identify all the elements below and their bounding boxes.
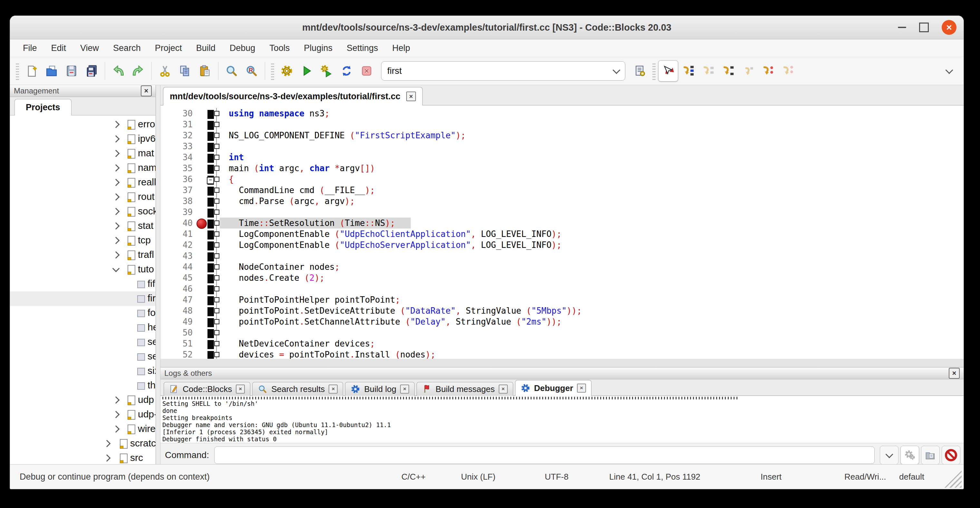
copy-log-button[interactable] (921, 446, 940, 465)
tree-item-stat[interactable]: stat (10, 219, 156, 233)
tree-item-fir[interactable]: fir (10, 291, 156, 306)
next-instruction-button[interactable] (758, 60, 778, 81)
code-line-52[interactable]: 52 devices = pointToPoint.Install (nodes… (161, 349, 964, 359)
build-and-run-button[interactable] (317, 60, 337, 81)
breakpoint-margin[interactable] (196, 349, 207, 359)
tree-item-fo[interactable]: fo (10, 306, 156, 320)
breakpoint-margin[interactable] (196, 163, 207, 174)
tree-item-wire[interactable]: wire (10, 422, 156, 436)
tree-item-sock[interactable]: sock (10, 204, 156, 219)
breakpoint-margin[interactable] (196, 218, 207, 229)
menu-plugins[interactable]: Plugins (297, 43, 340, 53)
editor-tab-first-cc[interactable]: mnt/dev/tools/source/ns-3-dev/examples/t… (163, 87, 423, 105)
breakpoint-margin[interactable] (196, 130, 207, 141)
code-line-41[interactable]: 41 LogComponentEnable ("UdpEchoClientApp… (161, 229, 964, 239)
log-tab-close-icon[interactable]: × (400, 385, 409, 393)
log-tab-close-icon[interactable]: × (236, 385, 245, 393)
breakpoint-margin[interactable] (196, 261, 207, 272)
tree-item-scratch[interactable]: scratch (10, 436, 156, 451)
step-into-instruction-button[interactable] (778, 60, 798, 81)
breakpoint-margin[interactable] (196, 316, 207, 327)
debug-continue-button[interactable] (658, 60, 678, 81)
close-button[interactable]: × (942, 20, 956, 35)
chevron-right-icon[interactable] (113, 222, 120, 230)
cut-button[interactable] (155, 60, 175, 81)
menu-settings[interactable]: Settings (340, 43, 385, 53)
minimize-button[interactable] (898, 27, 906, 28)
chevron-right-icon[interactable] (103, 440, 111, 447)
breakpoint-margin[interactable] (196, 250, 207, 261)
code-line-44[interactable]: 44 NodeContainer nodes; (161, 261, 964, 272)
tree-item-udp[interactable]: udp (10, 393, 156, 408)
compiler-options-button[interactable] (630, 60, 650, 81)
breakpoint-margin[interactable] (196, 108, 207, 119)
command-history-dropdown[interactable] (880, 446, 899, 465)
code-line-47[interactable]: 47 PointToPointHelper pointToPoint; (161, 294, 964, 305)
chevron-right-icon[interactable] (113, 411, 120, 419)
breakpoint-margin[interactable] (196, 152, 207, 163)
toolbar-grip[interactable] (16, 62, 19, 80)
rebuild-button[interactable] (337, 60, 356, 81)
code-line-39[interactable]: 39 (161, 207, 964, 218)
code-line-31[interactable]: 31 (161, 119, 964, 130)
tree-item-six[interactable]: six (10, 364, 156, 378)
build-target-combo[interactable]: first (381, 61, 625, 81)
chevron-right-icon[interactable] (113, 179, 120, 186)
code-line-35[interactable]: 35main (int argc, char *argv[]) (161, 163, 964, 174)
vertical-splitter[interactable] (156, 85, 161, 464)
clear-log-button[interactable] (942, 446, 960, 465)
menu-build[interactable]: Build (189, 43, 223, 53)
log-tab-build-log[interactable]: Build log× (345, 382, 415, 396)
code-line-33[interactable]: 33 (161, 141, 964, 152)
breakpoint-margin[interactable] (196, 119, 207, 130)
tree-item-tcp[interactable]: tcp (10, 233, 156, 248)
toolbar-grip[interactable] (271, 62, 274, 80)
chevron-right-icon[interactable] (113, 121, 120, 128)
tree-item-tuto[interactable]: tuto (10, 263, 156, 277)
tree-item-se[interactable]: se (10, 349, 156, 364)
breakpoint-margin[interactable] (196, 229, 207, 239)
menu-view[interactable]: View (73, 43, 106, 53)
run-button[interactable] (297, 60, 317, 81)
toolbar-overflow-chevron[interactable] (945, 66, 953, 74)
chevron-right-icon[interactable] (113, 397, 120, 404)
tree-item-fif[interactable]: fif (10, 277, 156, 291)
toolbar-grip[interactable] (652, 62, 655, 80)
resize-grip[interactable] (943, 469, 962, 488)
breakpoint-margin[interactable] (196, 272, 207, 283)
chevron-down-icon[interactable] (113, 265, 120, 272)
title-bar[interactable]: mnt/dev/tools/source/ns-3-dev/examples/t… (10, 16, 964, 39)
code-editor[interactable]: 30using namespace ns3;3132NS_LOG_COMPONE… (161, 105, 964, 359)
code-line-46[interactable]: 46 (161, 283, 964, 294)
code-line-49[interactable]: 49 pointToPoint.SetChannelAttribute ("De… (161, 316, 964, 327)
breakpoint-margin[interactable] (196, 338, 207, 349)
code-line-42[interactable]: 42 LogComponentEnable ("UdpEchoServerApp… (161, 239, 964, 250)
code-line-32[interactable]: 32NS_LOG_COMPONENT_DEFINE ("FirstScriptE… (161, 130, 964, 141)
code-line-36[interactable]: 36−{ (161, 174, 964, 185)
chevron-right-icon[interactable] (113, 135, 120, 143)
code-line-30[interactable]: 30using namespace ns3; (161, 108, 964, 119)
breakpoint-icon[interactable] (197, 218, 207, 229)
menu-debug[interactable]: Debug (223, 43, 262, 53)
code-line-34[interactable]: 34int (161, 152, 964, 163)
next-line-button[interactable] (698, 60, 718, 81)
chevron-right-icon[interactable] (113, 164, 120, 172)
copy-button[interactable] (175, 60, 195, 81)
chevron-right-icon[interactable] (113, 193, 120, 201)
tree-item-mat[interactable]: mat (10, 147, 156, 161)
log-tab-search-results[interactable]: Search results× (252, 382, 343, 396)
save-button[interactable] (62, 60, 81, 81)
code-line-38[interactable]: 38 cmd.Parse (argc, argv); (161, 196, 964, 207)
logs-close-button[interactable]: × (949, 368, 960, 379)
debugger-settings-button[interactable] (900, 446, 919, 465)
chevron-right-icon[interactable] (103, 454, 111, 462)
tree-item-th[interactable]: th (10, 378, 156, 393)
code-line-43[interactable]: 43 (161, 250, 964, 261)
chevron-right-icon[interactable] (113, 425, 120, 433)
log-tab-debugger[interactable]: Debugger× (515, 380, 592, 396)
breakpoint-margin[interactable] (196, 185, 207, 196)
editor-tab-close-icon[interactable]: × (406, 92, 416, 101)
code-line-40[interactable]: 40 Time::SetResolution (Time::NS); (161, 218, 964, 229)
menu-tools[interactable]: Tools (262, 43, 297, 53)
tab-projects[interactable]: Projects (14, 99, 72, 115)
